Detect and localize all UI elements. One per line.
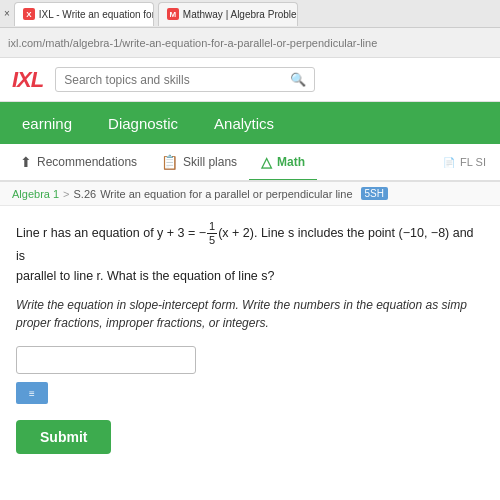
ixl-logo[interactable]: IXL: [12, 67, 43, 93]
ixl-tab[interactable]: X IXL - Write an equation for a pa: [14, 2, 154, 26]
subnav-recommendations[interactable]: ⬆ Recommendations: [8, 145, 149, 181]
submit-button[interactable]: Submit: [16, 420, 111, 454]
subnav-skill-plans[interactable]: 📋 Skill plans: [149, 145, 249, 181]
skill-badge: 5SH: [361, 187, 388, 200]
recommendations-icon: ⬆: [20, 154, 32, 170]
search-icon: 🔍: [290, 72, 306, 87]
breadcrumb-skill-code: S.26: [74, 188, 97, 200]
answer-area: ≡: [16, 346, 484, 404]
answer-input[interactable]: [16, 346, 196, 374]
ixl-favicon: X: [23, 8, 35, 20]
math-keyboard-icon: ≡: [29, 388, 35, 399]
instruction-text: Write the equation in slope-intercept fo…: [16, 296, 484, 332]
address-bar: ixl.com/math/algebra-1/write-an-equation…: [0, 28, 500, 58]
mathway-tab-label: Mathway | Algebra Problem So: [183, 9, 298, 20]
breadcrumb-skill-label: Write an equation for a parallel or perp…: [100, 188, 352, 200]
fraction: 15: [207, 220, 217, 247]
nav-item-learning[interactable]: earning: [4, 102, 90, 144]
ixl-tab-label: IXL - Write an equation for a pa: [39, 9, 154, 20]
math-keyboard-button[interactable]: ≡: [16, 382, 48, 404]
search-bar[interactable]: 🔍: [55, 67, 315, 92]
breadcrumb-separator: >: [63, 188, 69, 200]
main-content: Line r has an equation of y + 3 = −15(x …: [0, 206, 500, 468]
subnav-math[interactable]: △ Math: [249, 145, 317, 181]
address-text: ixl.com/math/algebra-1/write-an-equation…: [8, 37, 377, 49]
green-nav-bar: earning Diagnostic Analytics: [0, 102, 500, 144]
search-input[interactable]: [64, 73, 286, 87]
mathway-favicon: M: [167, 8, 179, 20]
skill-plans-icon: 📋: [161, 154, 178, 170]
nav-item-diagnostic[interactable]: Diagnostic: [90, 102, 196, 144]
math-icon: △: [261, 154, 272, 170]
mathway-tab[interactable]: M Mathway | Algebra Problem So: [158, 2, 298, 26]
nav-item-analytics[interactable]: Analytics: [196, 102, 292, 144]
browser-tabs-bar: × X IXL - Write an equation for a pa M M…: [0, 0, 500, 28]
fl-si-label: 📄 FL SI: [443, 156, 486, 168]
problem-text: Line r has an equation of y + 3 = −15(x …: [16, 220, 484, 286]
subnav-right-label: 📄 FL SI: [443, 156, 492, 168]
sub-nav-bar: ⬆ Recommendations 📋 Skill plans △ Math 📄…: [0, 144, 500, 182]
breadcrumb-subject[interactable]: Algebra 1: [12, 188, 59, 200]
ixl-header: IXL 🔍: [0, 58, 500, 102]
tab-close-icon[interactable]: ×: [4, 8, 10, 19]
breadcrumb: Algebra 1 > S.26 Write an equation for a…: [0, 182, 500, 206]
